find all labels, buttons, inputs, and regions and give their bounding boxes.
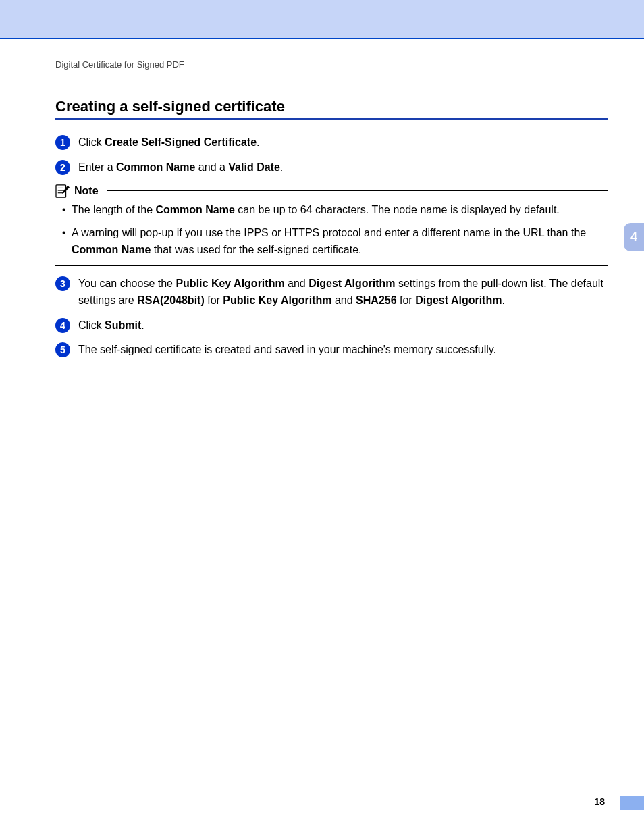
note-block: Note • The length of the Common Name can… — [55, 184, 608, 266]
page-number: 18 — [594, 796, 605, 807]
step-1: 1 Click Create Self-Signed Certificate. — [55, 134, 608, 151]
note-item-2-text: A warning will pop-up if you use the IPP… — [72, 225, 608, 259]
bold: Common Name — [116, 161, 195, 173]
text: Enter a — [78, 161, 116, 173]
bold: Submit — [105, 319, 141, 331]
bold: Digest Algorithm — [415, 294, 502, 306]
bold: Digest Algorithm — [308, 278, 395, 289]
note-top-rule — [107, 190, 608, 191]
bullet-icon: • — [62, 202, 72, 219]
bullet-icon: • — [62, 225, 72, 259]
text: Click — [78, 319, 105, 331]
bold: Valid Date — [228, 161, 279, 173]
bold: Create Self-Signed Certificate — [105, 136, 257, 148]
page-strip — [620, 796, 644, 810]
text: The length of the — [72, 204, 156, 215]
text: and — [332, 294, 356, 306]
bold: Public Key Algorithm — [223, 294, 331, 306]
step-number-4: 4 — [55, 318, 70, 333]
step-number-1: 1 — [55, 135, 70, 150]
step-5: 5 The self-signed certificate is created… — [55, 342, 608, 359]
bold: RSA(2048bit) — [137, 294, 205, 306]
text: for — [205, 294, 223, 306]
heading-rule — [55, 118, 608, 120]
note-item-1: • The length of the Common Name can be u… — [62, 202, 608, 219]
step-2: 2 Enter a Common Name and a Valid Date. — [55, 159, 608, 176]
bold: Common Name — [72, 244, 151, 255]
note-items: • The length of the Common Name can be u… — [55, 198, 608, 259]
breadcrumb: Digital Certificate for Signed PDF — [55, 59, 608, 70]
text: and — [285, 278, 309, 289]
step-3-text: You can choose the Public Key Algorithm … — [78, 276, 608, 309]
text: . — [141, 319, 144, 331]
note-header: Note — [55, 184, 608, 198]
text: A warning will pop-up if you use the IPP… — [72, 227, 586, 238]
note-item-1-text: The length of the Common Name can be up … — [72, 202, 560, 219]
text: and a — [195, 161, 228, 173]
text: can be up to 64 characters. The node nam… — [235, 204, 560, 215]
text: . — [502, 294, 504, 306]
note-bottom-rule — [55, 265, 608, 266]
text: . — [257, 136, 259, 148]
step-2-text: Enter a Common Name and a Valid Date. — [78, 159, 608, 176]
header-bar — [0, 0, 644, 39]
bold: Public Key Algorithm — [176, 278, 284, 289]
step-number-3: 3 — [55, 276, 70, 291]
step-4-text: Click Submit. — [78, 317, 608, 334]
text: You can choose the — [78, 278, 176, 289]
text: that was used for the self-signed certif… — [151, 244, 361, 255]
text: . — [280, 161, 283, 173]
note-label: Note — [74, 185, 99, 197]
bold: Common Name — [156, 204, 235, 215]
text: Click — [78, 136, 105, 148]
page-content: Digital Certificate for Signed PDF Creat… — [0, 39, 644, 367]
chapter-tab[interactable]: 4 — [624, 223, 644, 251]
step-1-text: Click Create Self-Signed Certificate. — [78, 134, 608, 151]
step-3: 3 You can choose the Public Key Algorith… — [55, 276, 608, 309]
text: for — [397, 294, 416, 306]
note-icon — [55, 184, 70, 198]
step-5-text: The self-signed certificate is created a… — [78, 342, 608, 359]
step-4: 4 Click Submit. — [55, 317, 608, 334]
page-title: Creating a self-signed certificate — [55, 98, 608, 115]
bold: SHA256 — [356, 294, 396, 306]
step-number-5: 5 — [55, 342, 70, 357]
step-number-2: 2 — [55, 160, 70, 175]
note-item-2: • A warning will pop-up if you use the I… — [62, 225, 608, 259]
